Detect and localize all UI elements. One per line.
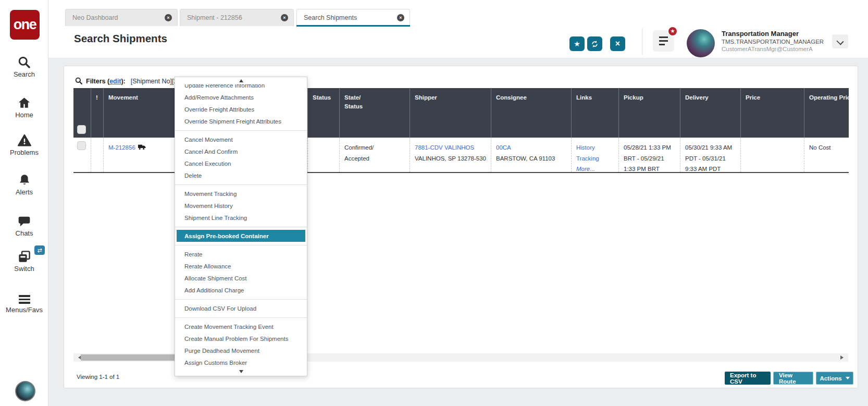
menu-item-update-reference-information[interactable]: Update Reference Information <box>175 84 307 91</box>
row-consignee-cell: 00CA BARSTOW, CA 91103 <box>491 138 571 172</box>
col-exclamation[interactable]: ! <box>91 88 103 138</box>
sidebar-item-home[interactable]: Home <box>0 96 48 119</box>
app-avatar[interactable] <box>15 381 35 401</box>
tab-shipment-212856[interactable]: Shipment - 212856 × <box>180 9 294 26</box>
tab-close-icon[interactable]: × <box>397 14 404 21</box>
sidebar-item-search[interactable]: Search <box>0 55 48 78</box>
shipper-link[interactable]: 7881-CDV VALINHOS <box>415 144 474 151</box>
menu-item-assign-pre-booked-container[interactable]: Assign Pre-booked Container <box>177 230 305 242</box>
sidebar-item-menus-favs[interactable]: Menus/Favs <box>0 292 48 314</box>
viewing-count: Viewing 1-1 of 1 <box>77 374 119 380</box>
warning-triangle-icon <box>17 133 32 147</box>
row-state-status-cell: Confirmed/ Accepted <box>339 138 410 172</box>
menu-item-rerate-allowance[interactable]: Rerate Allowance <box>175 260 307 272</box>
menu-item-cancel-and-confirm[interactable]: Cancel And Confirm <box>175 145 307 157</box>
menu-divider <box>175 130 307 131</box>
scroll-right-arrow[interactable] <box>840 355 846 360</box>
sidebar: one Search Home Problems Alerts Cha <box>0 0 48 406</box>
menu-item-assign-customs-broker[interactable]: Assign Customs Broker <box>175 356 307 368</box>
col-delivery[interactable]: Delivery <box>680 88 740 138</box>
close-icon: × <box>615 39 620 48</box>
row-links-cell: History Tracking More... <box>571 138 618 172</box>
consignee-link[interactable]: 00CA <box>496 144 511 151</box>
tab-search-shipments[interactable]: Search Shipments × <box>296 9 410 26</box>
menu-item-rerate[interactable]: Rerate <box>175 248 307 260</box>
menu-item-allocate-shipment-cost[interactable]: Allocate Shipment Cost <box>175 272 307 284</box>
history-link[interactable]: History <box>576 142 615 153</box>
menu-item-add-remove-attachments[interactable]: Add/Remove Attachments <box>175 91 307 103</box>
user-avatar[interactable] <box>687 29 715 57</box>
sidebar-item-chats[interactable]: Chats <box>0 215 48 237</box>
actions-button[interactable]: Actions <box>816 372 853 385</box>
menu-item-create-movement-tracking-event[interactable]: Create Movement Tracking Event <box>175 321 307 333</box>
menu-item-movement-history[interactable]: Movement History <box>175 200 307 212</box>
notifications-menu-button[interactable]: ★ <box>653 30 674 52</box>
filters-bar: Filters (edit): [Shipment No][2128 <box>75 77 188 85</box>
col-shipper[interactable]: Shipper <box>410 88 491 138</box>
col-state-status[interactable]: State/ Status <box>339 88 410 138</box>
row-operating-price-cell: No Cost <box>804 138 849 172</box>
menu-item-override-shipment-freight-attributes[interactable]: Override Shipment Freight Attributes <box>175 115 307 127</box>
movement-link[interactable]: M-212856 <box>108 144 135 151</box>
close-screen-button[interactable]: × <box>610 36 625 51</box>
menu-divider <box>175 245 307 245</box>
more-link[interactable]: More... <box>576 164 615 172</box>
filters-edit-link[interactable]: edit <box>109 78 121 85</box>
row-status-cell <box>307 138 339 172</box>
favorite-button[interactable]: ★ <box>569 36 585 51</box>
menu-scroll-down[interactable] <box>175 368 307 375</box>
menu-item-cancel-execution[interactable]: Cancel Execution <box>175 157 307 169</box>
row-select-cell <box>73 138 91 172</box>
view-route-button[interactable]: View Route <box>773 372 813 385</box>
menu-item-download-csv-for-upload[interactable]: Download CSV For Upload <box>175 302 307 314</box>
sidebar-item-alerts[interactable]: Alerts <box>0 173 48 196</box>
header-select-cell <box>73 88 91 138</box>
tracking-link[interactable]: Tracking <box>576 153 615 164</box>
menu-item-purge-deadhead-movement[interactable]: Purge Deadhead Movement <box>175 345 307 356</box>
refresh-button[interactable] <box>587 36 602 51</box>
sidebar-label: Search <box>0 70 48 78</box>
refresh-icon <box>591 40 599 48</box>
col-pickup[interactable]: Pickup <box>618 88 680 138</box>
actions-label: Actions <box>820 375 841 382</box>
chat-bubble-icon <box>17 215 31 228</box>
row-pickup-cell: 05/28/21 1:33 PM BRT - 05/29/21 1:33 PM … <box>618 138 680 172</box>
sidebar-label: Switch <box>0 265 48 273</box>
home-icon <box>17 96 31 110</box>
tab-label: Neo Dashboard <box>72 14 118 21</box>
menu-item-create-manual-problem-for-shipments[interactable]: Create Manual Problem For Shipments <box>175 333 307 345</box>
scroll-up-arrow <box>239 77 243 82</box>
row-checkbox[interactable] <box>77 141 86 150</box>
menu-item-cancel-movement[interactable]: Cancel Movement <box>175 133 307 145</box>
menu-item-add-additional-charge[interactable]: Add Additional Charge <box>175 284 307 296</box>
tab-close-icon[interactable]: × <box>165 14 172 21</box>
col-operating-price[interactable]: Operating Pric <box>804 88 849 138</box>
export-to-csv-button[interactable]: Export to CSV <box>725 372 771 385</box>
menu-item-override-freight-attributes[interactable]: Override Freight Attributes <box>175 103 307 115</box>
user-menu-chevron[interactable] <box>832 34 848 48</box>
col-consignee[interactable]: Consignee <box>491 88 571 138</box>
switch-arrows-badge[interactable]: ⇄ <box>34 245 45 255</box>
tab-label: Search Shipments <box>304 14 357 21</box>
user-email: CustomerATransMgr@CustomerA <box>722 46 813 52</box>
col-status[interactable]: Status <box>307 88 339 138</box>
user-role: Transportation Manager <box>722 30 799 38</box>
row-price-cell <box>740 138 804 172</box>
topbar: Neo Dashboard × Shipment - 212856 × Sear… <box>48 0 868 58</box>
col-links[interactable]: Links <box>571 88 618 138</box>
tab-neo-dashboard[interactable]: Neo Dashboard × <box>65 9 178 26</box>
sidebar-label: Home <box>0 111 48 119</box>
row-shipper-cell: 7881-CDV VALINHOS VALINHOS, SP 13278-530 <box>410 138 491 172</box>
menu-item-delete[interactable]: Delete <box>175 169 307 181</box>
tab-close-icon[interactable]: × <box>281 14 288 21</box>
one-logo[interactable]: one <box>10 10 40 40</box>
menu-item-movement-tracking[interactable]: Movement Tracking <box>175 188 307 200</box>
menu-item-shipment-line-tracking[interactable]: Shipment Line Tracking <box>175 212 307 224</box>
col-price[interactable]: Price <box>740 88 804 138</box>
page-title: Search Shipments <box>74 32 167 45</box>
sidebar-item-problems[interactable]: Problems <box>0 133 48 156</box>
filters-label: Filters ( <box>86 78 109 85</box>
menu-scroll-up[interactable] <box>175 78 307 84</box>
select-all-checkbox[interactable] <box>77 125 86 134</box>
sidebar-item-switch[interactable]: ⇄ Switch <box>0 250 48 273</box>
